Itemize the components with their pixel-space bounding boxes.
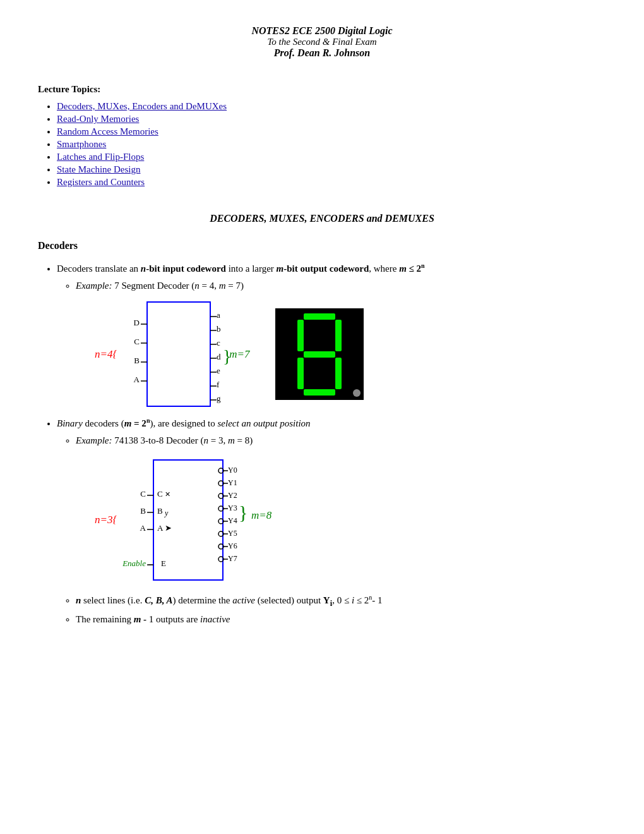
- seg-display: [288, 313, 351, 396]
- page-header: NOTES2 ECE 2500 Digital Logic To the Sec…: [38, 25, 606, 59]
- bullet-item-1: Decoders translate an n-bit input codewo…: [57, 261, 606, 409]
- svg-text:Y6: Y6: [228, 541, 237, 550]
- svg-text:Y2: Y2: [228, 491, 237, 500]
- svg-text:f: f: [217, 380, 220, 389]
- svg-text:Y5: Y5: [228, 529, 237, 538]
- svg-text:A: A: [134, 375, 140, 384]
- svg-text:Enable: Enable: [122, 559, 146, 568]
- example-74138: Example: 74138 3-to-8 Decoder (n = 3, m …: [76, 433, 606, 448]
- svg-text:B: B: [141, 506, 146, 516]
- svg-text:B: B: [157, 506, 163, 516]
- select-lines-list: n select lines (i.e. C, B, A) determine …: [57, 593, 606, 626]
- svg-rect-0: [147, 302, 210, 406]
- seg-b: [335, 320, 342, 351]
- svg-text:g: g: [217, 394, 221, 403]
- select-lines-item: n select lines (i.e. C, B, A) determine …: [76, 593, 606, 610]
- seg-g: [304, 351, 335, 358]
- m-eq-text: m = 2n: [124, 418, 150, 428]
- decoder1-diagram: D C B A a b c d e: [122, 299, 232, 409]
- formula-text: m ≤ 2n: [399, 263, 424, 274]
- m-bit-text: m-bit output codeword: [277, 263, 369, 274]
- seg-e: [297, 358, 304, 389]
- n3-label: n=3{: [95, 512, 117, 528]
- topic-link-decoders[interactable]: Decoders, MUXes, Encoders and DeMUXes: [57, 101, 227, 111]
- list-item: Latches and Flip-Flops: [57, 152, 606, 162]
- svg-text:C: C: [141, 489, 146, 499]
- topic-link-rom[interactable]: Read-Only Memories: [57, 114, 139, 124]
- seg-f: [297, 320, 304, 351]
- topic-link-ram[interactable]: Random Access Memories: [57, 126, 158, 136]
- decoders-heading: Decoders: [38, 240, 606, 251]
- svg-text:✕: ✕: [165, 490, 170, 498]
- header-author: Prof. Dean R. Johnson: [38, 47, 606, 59]
- decoder2-diagram: C B A Enable – E: [122, 454, 286, 586]
- section-title-decoders: DECODERS, MUXES, ENCODERS and DEMUXES: [38, 213, 606, 224]
- svg-text:Y0: Y0: [228, 466, 237, 474]
- topic-link-smartphones[interactable]: Smartphones: [57, 139, 106, 149]
- header-subtitle: To the Second & Final Exam: [38, 37, 606, 47]
- svg-text:e: e: [217, 366, 220, 375]
- svg-text:Y3: Y3: [228, 504, 237, 512]
- svg-text:}: }: [239, 502, 247, 523]
- example-7seg: Example: 7 Segment Decoder (n = 4, m = 7…: [76, 279, 606, 293]
- svg-text:E: E: [161, 559, 166, 568]
- seg-c: [335, 358, 342, 389]
- svg-text:A: A: [140, 523, 146, 533]
- list-item: Smartphones: [57, 139, 606, 150]
- svg-text:m=8: m=8: [251, 509, 272, 521]
- svg-text:A: A: [157, 523, 164, 533]
- list-item: State Machine Design: [57, 164, 606, 175]
- lecture-topics-list: Decoders, MUXes, Encoders and DeMUXes Re…: [38, 101, 606, 188]
- m7-label: m=7: [229, 346, 249, 363]
- svg-text:Y1: Y1: [228, 478, 237, 487]
- seg-a: [304, 313, 335, 320]
- topic-link-state[interactable]: State Machine Design: [57, 164, 140, 174]
- svg-text:c: c: [217, 338, 220, 348]
- bullet2-sub-list: Example: 74138 3-to-8 Decoder (n = 3, m …: [57, 433, 606, 448]
- svg-text:–: –: [148, 559, 153, 568]
- svg-text:C: C: [134, 337, 140, 346]
- list-item: Decoders, MUXes, Encoders and DeMUXes: [57, 101, 606, 112]
- topic-link-registers[interactable]: Registers and Counters: [57, 177, 145, 187]
- svg-text:a: a: [217, 310, 220, 320]
- bullet1-sub-list: Example: 7 Segment Decoder (n = 4, m = 7…: [57, 279, 606, 293]
- svg-text:y: y: [164, 509, 169, 517]
- inactive-item: The remaining m - 1 outputs are inactive: [76, 612, 606, 627]
- list-item: Registers and Counters: [57, 177, 606, 188]
- list-item: Random Access Memories: [57, 126, 606, 137]
- header-title: NOTES2 ECE 2500 Digital Logic: [38, 25, 606, 37]
- svg-text:D: D: [134, 318, 140, 327]
- svg-text:➤: ➤: [165, 523, 172, 533]
- svg-text:C: C: [157, 489, 163, 499]
- n-bit-text: n-bit input codeword: [141, 263, 226, 274]
- decimal-point: [353, 389, 361, 397]
- seg-d: [304, 389, 335, 396]
- svg-text:d: d: [217, 352, 221, 361]
- svg-text:B: B: [134, 356, 140, 365]
- lecture-topics-heading: Lecture Topics:: [38, 84, 606, 95]
- svg-text:Y4: Y4: [228, 516, 237, 525]
- n4-label: n=4{: [95, 346, 117, 363]
- bullet-item-2: Binary decoders (m = 2n), are designed t…: [57, 416, 606, 626]
- list-item: Read-Only Memories: [57, 114, 606, 124]
- lecture-topics-section: Lecture Topics: Decoders, MUXes, Encoder…: [38, 84, 606, 188]
- seven-segment-display: [275, 308, 364, 400]
- topic-link-latches[interactable]: Latches and Flip-Flops: [57, 152, 144, 162]
- decoders-content-list: Decoders translate an n-bit input codewo…: [38, 261, 606, 626]
- svg-text:Y7: Y7: [228, 554, 237, 563]
- svg-text:b: b: [217, 324, 221, 334]
